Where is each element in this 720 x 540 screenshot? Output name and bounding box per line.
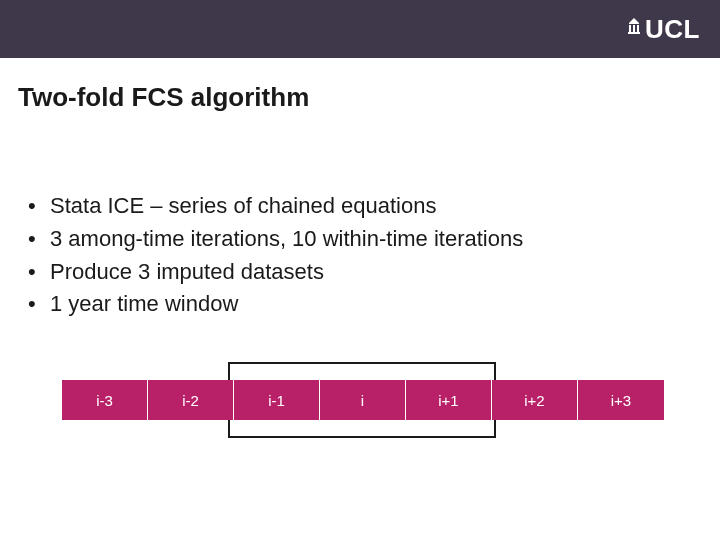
logo-text: UCL	[645, 14, 700, 45]
svg-rect-0	[629, 25, 631, 32]
logo-dome-icon	[627, 18, 641, 36]
timeline-cell: i+1	[406, 380, 492, 420]
timeline-diagram: i-3 i-2 i-1 i i+1 i+2 i+3	[62, 380, 682, 420]
bullet-item: Produce 3 imputed datasets	[28, 257, 720, 288]
timeline-row: i-3 i-2 i-1 i i+1 i+2 i+3	[62, 380, 682, 420]
ucl-logo: UCL	[627, 14, 700, 45]
timeline-cell: i-3	[62, 380, 148, 420]
timeline-cell: i+2	[492, 380, 578, 420]
svg-rect-1	[633, 25, 635, 32]
header-bar: UCL	[0, 0, 720, 58]
bullet-item: Stata ICE – series of chained equations	[28, 191, 720, 222]
svg-rect-2	[637, 25, 639, 32]
timeline-cell: i-2	[148, 380, 234, 420]
timeline-cell: i+3	[578, 380, 664, 420]
svg-rect-3	[628, 32, 640, 34]
bullet-item: 3 among-time iterations, 10 within-time …	[28, 224, 720, 255]
bullet-item: 1 year time window	[28, 289, 720, 320]
timeline-cell: i	[320, 380, 406, 420]
timeline-cell: i-1	[234, 380, 320, 420]
bullet-list: Stata ICE – series of chained equations …	[28, 191, 720, 320]
slide-title: Two-fold FCS algorithm	[0, 58, 720, 113]
